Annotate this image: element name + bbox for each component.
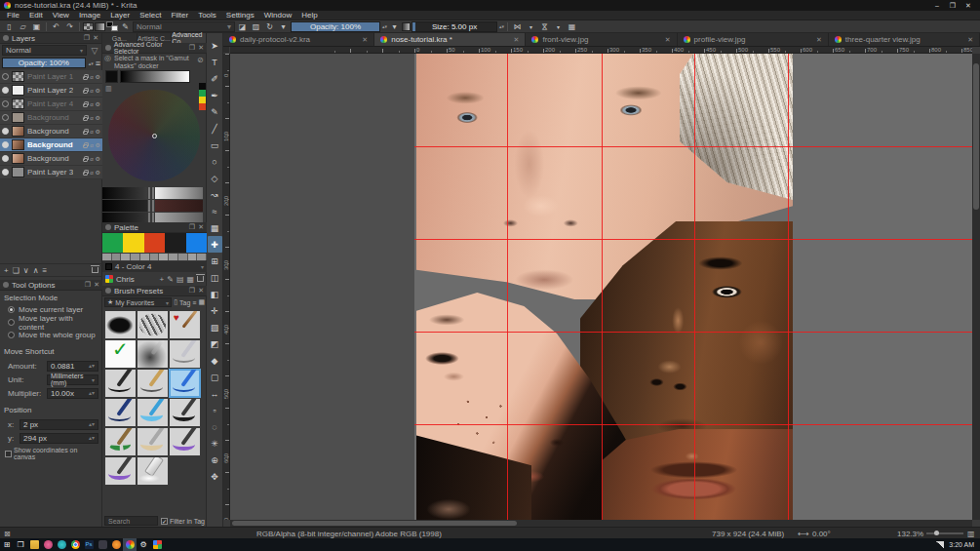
document-tab[interactable]: nose-tutorial.kra *✕ <box>374 33 526 46</box>
palette-color-swatch[interactable] <box>123 233 143 253</box>
tool-rect-select[interactable]: ▫ <box>208 402 222 418</box>
close-docker-icon[interactable]: ✕ <box>93 34 98 42</box>
layer-row[interactable]: Paint Layer 2α⚙ <box>0 84 102 98</box>
shade-strip[interactable] <box>155 200 203 212</box>
chevron-down-icon[interactable]: ▾ <box>525 21 537 32</box>
layer-row[interactable]: Backgroundα⚙ <box>0 125 102 138</box>
brush-preset-scribble-gray[interactable] <box>137 310 169 339</box>
visibility-toggle-icon[interactable] <box>2 128 9 135</box>
tool-pattern-edit[interactable]: ▨ <box>208 319 222 335</box>
delete-layer-button[interactable] <box>92 266 98 275</box>
palette-gray-swatch[interactable] <box>121 254 131 260</box>
taskbar-settings[interactable]: ⚙ <box>137 538 150 551</box>
chevron-down-icon[interactable]: ▾ <box>277 21 290 32</box>
horizontal-scrollbar[interactable] <box>230 520 972 527</box>
tool-calligraphy[interactable]: ✒ <box>208 87 222 103</box>
zoom-slider-knob[interactable] <box>934 531 939 535</box>
vertical-scrollbar-thumb[interactable] <box>973 63 979 210</box>
brush-preset-brush-cream[interactable] <box>137 427 169 456</box>
float-docker-icon[interactable]: ❐ <box>85 281 91 289</box>
radio-option[interactable]: Move the whole group <box>8 329 100 341</box>
value-gradient-bar[interactable] <box>120 70 190 83</box>
palette-gray-swatch[interactable] <box>102 254 112 260</box>
radio-button[interactable] <box>8 319 15 326</box>
mirror-vertical-icon[interactable]: ⋈ <box>539 20 550 33</box>
pattern-button[interactable] <box>83 22 94 31</box>
tag-icon[interactable]: ▯ <box>174 298 177 306</box>
menu-item-view[interactable]: View <box>48 11 74 20</box>
chevron-down-icon[interactable]: ▾ <box>388 21 401 32</box>
favorites-dropdown[interactable]: ★My Favorites▾ <box>104 297 172 307</box>
palette-gray-swatch[interactable] <box>140 254 150 260</box>
clock[interactable]: 3:20 AM <box>949 541 974 548</box>
fg-bg-colors[interactable] <box>106 21 118 31</box>
tab-close-icon[interactable]: ✕ <box>514 36 520 44</box>
tab-close-icon[interactable]: ✕ <box>362 36 368 44</box>
brush-preset-pencil[interactable] <box>137 369 169 398</box>
brush-preset-pen-navy[interactable] <box>104 398 137 427</box>
document-tab[interactable]: three-quarter view.jpg✕ <box>829 33 980 46</box>
layer-properties-button[interactable]: ≡ <box>43 266 48 275</box>
palette-selected-row[interactable]: 4 - Color 4 ▾ <box>102 261 207 272</box>
tool-measure[interactable]: ↔ <box>208 385 222 402</box>
filter-layers-icon[interactable]: ▽ <box>89 46 100 56</box>
undo-icon[interactable]: ↶ <box>50 21 62 32</box>
tool-line[interactable]: ╱ <box>208 120 222 137</box>
taskbar-paint-app[interactable] <box>41 538 55 551</box>
palette-gray-swatch[interactable] <box>131 254 140 260</box>
network-icon[interactable] <box>936 541 944 548</box>
palette-gray-swatch[interactable] <box>178 254 188 260</box>
palette-color-swatch[interactable] <box>186 233 207 253</box>
tab-close-icon[interactable]: ✕ <box>816 36 822 44</box>
taskbar-photoshop[interactable]: Ps <box>82 538 96 551</box>
multiplier-spinner[interactable]: ▴▾ <box>89 391 95 395</box>
strip-handle[interactable] <box>148 200 150 212</box>
tool-fill[interactable]: ◆ <box>208 352 222 369</box>
brush-preset-marker-blue[interactable] <box>137 398 169 427</box>
taskbar-store[interactable] <box>150 538 164 551</box>
wrap-around-icon[interactable]: ▦ <box>566 21 578 32</box>
move-layer-down-button[interactable]: ∨ <box>23 266 29 275</box>
menu-item-help[interactable]: Help <box>296 11 322 20</box>
taskbar-blender[interactable] <box>109 538 123 551</box>
tool-gradient[interactable]: ◧ <box>208 286 222 302</box>
visibility-toggle-icon[interactable] <box>2 100 9 107</box>
palette-gray-swatch[interactable] <box>188 254 198 260</box>
clear-mask-icon[interactable]: ⊘ <box>197 56 204 64</box>
duplicate-layer-button[interactable]: ❏ <box>13 266 20 275</box>
menu-item-image[interactable]: Image <box>74 11 105 20</box>
shade-strip[interactable] <box>102 200 147 212</box>
mirror-horizontal-icon[interactable]: ⋈ <box>511 21 524 32</box>
layer-list-menu-icon[interactable]: ≡ <box>96 59 100 68</box>
tab-close-icon[interactable]: ✕ <box>967 36 973 44</box>
visibility-toggle-icon[interactable] <box>2 114 9 121</box>
close-docker-icon[interactable]: ✕ <box>198 287 204 295</box>
x-spinner[interactable]: ▴▾ <box>89 422 95 426</box>
tool-similar-select[interactable]: ✳ <box>208 435 222 452</box>
close-docker-icon[interactable]: ✕ <box>198 223 204 231</box>
shade-strip[interactable] <box>155 187 203 199</box>
menu-item-file[interactable]: File <box>2 11 24 20</box>
unit-dropdown[interactable]: Millimeters (mm)▾ <box>47 374 98 385</box>
document-tab[interactable]: front-view.jpg✕ <box>526 33 677 46</box>
tool-freehand-brush[interactable]: ✎ <box>208 103 222 120</box>
save-palette-button[interactable]: ▤ <box>176 275 184 284</box>
tool-dynamic-brush[interactable]: ≈ <box>208 203 222 219</box>
brush-preset-scribble-black[interactable] <box>104 310 137 339</box>
position-y-input[interactable]: 294 px▴▾ <box>20 433 98 444</box>
layer-opacity-spinner[interactable]: ▴▾ <box>89 61 94 65</box>
tool-ellipse-select[interactable]: ◌ <box>208 418 222 435</box>
palette-gray-swatch[interactable] <box>169 254 178 260</box>
tool-enclose-fill[interactable]: ▢ <box>208 369 222 385</box>
multiplier-input[interactable]: 10.00x▴▾ <box>47 388 98 399</box>
strip-handle[interactable] <box>152 187 154 199</box>
edit-palette-button[interactable]: ✎ <box>167 275 174 284</box>
taskbar-krita[interactable] <box>123 538 137 551</box>
blend-mode-dropdown[interactable]: Normal▾ <box>133 21 235 32</box>
taskbar-task-view[interactable]: ❒ <box>14 538 27 551</box>
move-layer-up-button[interactable]: ∧ <box>33 266 39 275</box>
tool-ellipse[interactable]: ○ <box>208 153 222 170</box>
layer-opacity-slider[interactable]: Opacity: 100% <box>2 58 86 68</box>
brush-preset-brush-dark[interactable] <box>169 398 201 427</box>
palette-color-swatch[interactable] <box>144 233 165 253</box>
